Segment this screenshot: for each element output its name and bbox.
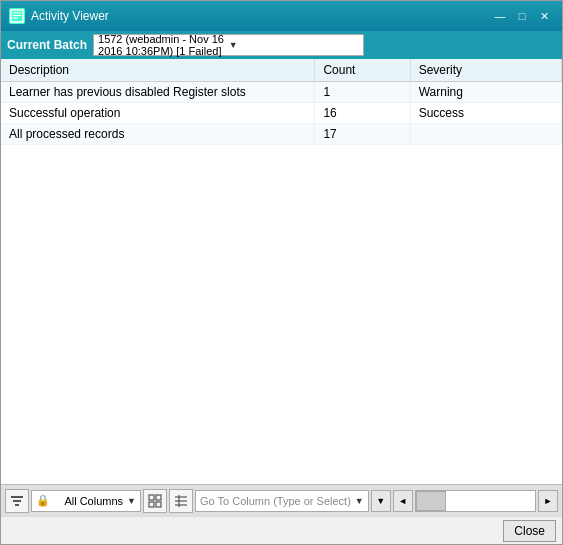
columns-dropdown-arrow: ▼	[127, 496, 136, 506]
window-controls: — □ ✕	[490, 7, 554, 25]
small-arrow-icon: ▼	[376, 496, 385, 506]
close-button[interactable]: Close	[503, 520, 556, 542]
svg-rect-6	[15, 504, 19, 506]
cell-severity: Warning	[410, 82, 561, 103]
filter-icon[interactable]	[5, 489, 29, 513]
grid-icon1[interactable]	[143, 489, 167, 513]
cell-description: Successful operation	[1, 103, 315, 124]
svg-rect-10	[156, 502, 161, 507]
cell-count: 17	[315, 124, 410, 145]
cell-severity: Success	[410, 103, 561, 124]
table-row: Successful operation16Success	[1, 103, 562, 124]
batch-dropdown[interactable]: 1572 (webadmin - Nov 16 2016 10:36PM) [1…	[93, 34, 364, 56]
minimize-button[interactable]: —	[490, 7, 510, 25]
activity-table: Description Count Severity Learner has p…	[1, 59, 562, 145]
batch-dropdown-arrow: ▼	[229, 40, 360, 50]
window-title: Activity Viewer	[31, 9, 484, 23]
columns-label: All Columns	[64, 495, 123, 507]
cell-description: All processed records	[1, 124, 315, 145]
lock-icon: 🔒	[36, 494, 60, 507]
scroll-right-button[interactable]: ►	[538, 490, 558, 512]
svg-rect-7	[149, 495, 154, 500]
columns-dropdown[interactable]: 🔒 All Columns ▼	[31, 490, 141, 512]
bottom-bar: 🔒 All Columns ▼ Go To Column (Type or Se…	[1, 484, 562, 516]
table-row: Learner has previous disabled Register s…	[1, 82, 562, 103]
close-row: Close	[1, 516, 562, 544]
cell-severity	[410, 124, 561, 145]
svg-rect-8	[156, 495, 161, 500]
horizontal-scrollbar[interactable]	[415, 490, 536, 512]
toolbar: Current Batch 1572 (webadmin - Nov 16 20…	[1, 31, 562, 59]
goto-column-dropdown[interactable]: Go To Column (Type or Select) ▼	[195, 490, 369, 512]
content-area: Description Count Severity Learner has p…	[1, 59, 562, 484]
cell-count: 16	[315, 103, 410, 124]
grid-icon2[interactable]	[169, 489, 193, 513]
title-bar: Activity Viewer — □ ✕	[1, 1, 562, 31]
col-header-description: Description	[1, 59, 315, 82]
scroll-left-button[interactable]: ◄	[393, 490, 413, 512]
batch-dropdown-value: 1572 (webadmin - Nov 16 2016 10:36PM) [1…	[98, 33, 229, 57]
window-icon	[9, 8, 25, 24]
window-close-button[interactable]: ✕	[534, 7, 554, 25]
small-down-arrow[interactable]: ▼	[371, 490, 391, 512]
scroll-thumb	[416, 491, 446, 511]
col-header-severity: Severity	[410, 59, 561, 82]
table-row: All processed records17	[1, 124, 562, 145]
restore-button[interactable]: □	[512, 7, 532, 25]
current-batch-label: Current Batch	[7, 38, 87, 52]
table-header-row: Description Count Severity	[1, 59, 562, 82]
activity-viewer-window: Activity Viewer — □ ✕ Current Batch 1572…	[0, 0, 563, 545]
cell-count: 1	[315, 82, 410, 103]
goto-dropdown-arrow: ▼	[355, 496, 364, 506]
svg-rect-9	[149, 502, 154, 507]
cell-description: Learner has previous disabled Register s…	[1, 82, 315, 103]
svg-rect-4	[11, 496, 23, 498]
svg-rect-5	[13, 500, 21, 502]
col-header-count: Count	[315, 59, 410, 82]
goto-placeholder: Go To Column (Type or Select)	[200, 495, 351, 507]
